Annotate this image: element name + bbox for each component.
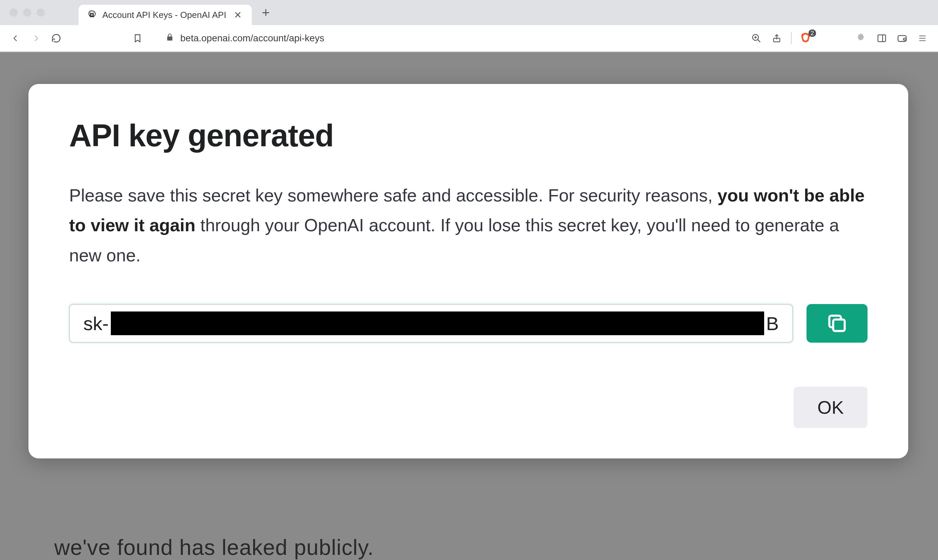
- extensions-icon[interactable]: [855, 32, 867, 45]
- address-bar[interactable]: beta.openai.com/account/api-keys: [152, 33, 742, 44]
- toolbar-separator: [791, 32, 791, 45]
- modal-body: Please save this secret key somewhere sa…: [69, 180, 867, 270]
- api-key-row: sk- B: [69, 304, 867, 343]
- url-path: /account/api-keys: [250, 33, 324, 43]
- bookmark-button[interactable]: [131, 32, 143, 45]
- traffic-light-zoom[interactable]: [37, 8, 45, 17]
- modal-body-prefix: Please save this secret key somewhere sa…: [69, 186, 717, 205]
- new-tab-button[interactable]: +: [262, 5, 270, 20]
- modal-title: API key generated: [69, 118, 867, 153]
- browser-toolbar: beta.openai.com/account/api-keys 2: [0, 25, 938, 51]
- back-button[interactable]: [9, 32, 22, 45]
- openai-favicon-icon: [87, 10, 97, 20]
- reload-button[interactable]: [50, 32, 62, 45]
- ok-button[interactable]: OK: [794, 387, 867, 428]
- traffic-light-close[interactable]: [9, 8, 18, 17]
- traffic-light-minimize[interactable]: [23, 8, 31, 17]
- tab-title: Account API Keys - OpenAI API: [102, 10, 226, 20]
- wallet-icon[interactable]: [896, 32, 908, 45]
- svg-rect-5: [878, 35, 886, 42]
- tab-close-icon[interactable]: ✕: [232, 9, 244, 21]
- menu-icon[interactable]: [916, 32, 929, 45]
- api-key-field[interactable]: sk- B: [69, 304, 793, 343]
- lock-icon: [165, 33, 174, 44]
- zoom-icon[interactable]: [750, 32, 762, 45]
- share-icon[interactable]: [771, 32, 783, 45]
- api-key-redacted: [111, 311, 764, 335]
- svg-rect-11: [833, 320, 845, 331]
- forward-button[interactable]: [30, 32, 42, 45]
- api-key-suffix: B: [766, 312, 779, 334]
- brave-shields-button[interactable]: 2: [800, 31, 813, 45]
- window-traffic-lights: [7, 8, 45, 17]
- sidebar-icon[interactable]: [876, 32, 888, 45]
- copy-icon: [825, 312, 849, 335]
- api-key-prefix: sk-: [83, 312, 109, 334]
- tab-bar: Account API Keys - OpenAI API ✕ +: [0, 0, 938, 25]
- browser-chrome: Account API Keys - OpenAI API ✕ + beta.o…: [0, 0, 938, 52]
- shields-badge: 2: [808, 29, 816, 37]
- toolbar-right: 2: [750, 31, 929, 45]
- url-text: beta.openai.com/account/api-keys: [180, 33, 324, 44]
- api-key-modal: API key generated Please save this secre…: [28, 84, 908, 458]
- modal-footer: OK: [69, 387, 867, 428]
- svg-line-1: [758, 40, 761, 42]
- copy-button[interactable]: [807, 304, 867, 343]
- url-host: beta.openai.com: [180, 33, 250, 43]
- background-page-text: we've found has leaked publicly.: [54, 535, 374, 560]
- browser-tab[interactable]: Account API Keys - OpenAI API ✕: [79, 5, 252, 25]
